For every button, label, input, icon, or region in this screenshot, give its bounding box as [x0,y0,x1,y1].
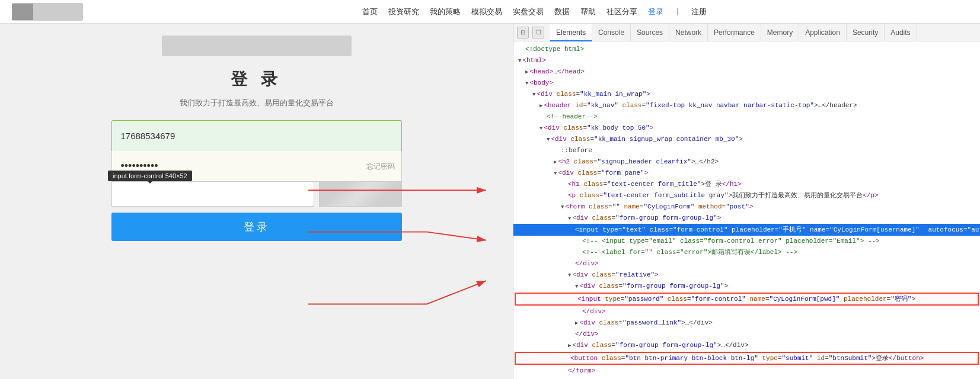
tab-sources[interactable]: Sources [631,24,669,41]
triangle-icon [547,137,550,143]
triangle-icon [540,114,545,120]
captcha-input[interactable] [111,182,314,207]
tree-form-pane[interactable]: <div class="form_pane"> [513,168,980,179]
input-tooltip: input.form-control 540×52 [108,171,192,181]
tree-div-close3[interactable]: </div> [513,329,980,340]
tree-alert-btn[interactable]: <div class=" fright mt_20 cursor alert_b… [513,377,980,379]
elements-tree: <!doctype html> <html> <head>…</head> <b… [513,41,980,379]
device-icon[interactable]: ☐ [532,27,544,38]
tab-memory[interactable]: Memory [761,24,799,41]
nav-live-trade[interactable]: 实盘交易 [513,7,544,17]
tree-before[interactable]: ::before [513,145,980,156]
captcha-row [111,182,402,207]
captcha-image[interactable] [319,182,402,207]
nav-links: 首页 投资研究 我的策略 模拟交易 实盘交易 数据 帮助 社区分享 登录 | 注… [101,7,968,17]
tree-div-close1[interactable]: </div> [513,258,980,269]
tree-doctype[interactable]: <!doctype html> [513,44,980,55]
triangle-icon [532,92,535,98]
tree-signup-wrap[interactable]: <div class="kk_main signup_wrap containe… [513,134,980,145]
triangle-icon [540,126,542,131]
nav-login[interactable]: 登录 [648,7,663,17]
tab-security[interactable]: Security [847,24,885,41]
tree-p[interactable]: <p class="text-center form_subtitle gray… [513,190,980,201]
nav-help[interactable]: 帮助 [580,7,596,17]
tree-comment-label[interactable]: <!-- <label for="" class="error">邮箱填写有误<… [513,247,980,258]
tree-head[interactable]: <head>…</head> [513,66,980,78]
forgot-password-link[interactable]: 忘记密码 [366,162,395,172]
tab-network[interactable]: Network [669,24,708,41]
login-button[interactable]: 登录 [111,213,402,241]
triangle-icon [518,47,524,53]
login-title: 登 录 [231,68,283,91]
triangle-icon [568,332,574,338]
tree-kk-body[interactable]: <div class="kk_body top_50"> [513,123,980,134]
top-navigation: 首页 投资研究 我的策略 模拟交易 实盘交易 数据 帮助 社区分享 登录 | 注… [0,0,980,24]
tree-html[interactable]: <html> [513,55,980,66]
tab-audits[interactable]: Audits [885,24,917,41]
nav-register[interactable]: 注册 [691,7,707,17]
devtools-panel: ⊡ ☐ Elements Console Sources Network Per… [513,24,980,379]
tree-password-link[interactable]: <div class="password_link">…</div> [513,317,980,329]
devtools-tabs: Elements Console Sources Network Perform… [550,24,917,41]
logo-icon [12,4,33,20]
triangle-icon [575,309,581,315]
main-container: 登 录 我们致力于打造最高效、易用的量化交易平台 input.form-cont… [0,24,980,379]
login-subtitle: 我们致力于打造最高效、易用的量化交易平台 [180,98,334,108]
triangle-icon [525,69,528,75]
triangle-icon [568,216,571,221]
tree-submit-button[interactable]: <button class="btn btn-primary btn-block… [515,352,979,365]
tab-performance[interactable]: Performance [708,24,761,41]
nav-research[interactable]: 投资研究 [388,7,419,17]
tab-elements[interactable]: Elements [550,24,592,41]
tree-form-group2[interactable]: <div class="form-group form-group-lg"> [513,281,980,292]
site-logo [12,3,83,21]
triangle-icon [554,159,557,165]
triangle-icon [554,148,560,154]
triangle-icon [575,320,578,326]
triangle-icon [568,343,571,349]
tree-comment-email[interactable]: <!-- <input type="email" class="form-con… [513,236,980,247]
devtools-toolbar: ⊡ ☐ Elements Console Sources Network Per… [513,24,980,41]
tree-comment-header[interactable]: <!--header--> [513,111,980,123]
devtools-icon-buttons: ⊡ ☐ [517,27,544,38]
triangle-icon [540,103,542,109]
triangle-icon [575,239,581,245]
triangle-icon [525,81,528,86]
tree-input-username[interactable]: <input type="text" class="form-control" … [513,224,980,236]
tab-console[interactable]: Console [592,24,631,41]
tree-form-group3[interactable]: <div class="form-group form-group-lg">…<… [513,340,980,351]
nav-home[interactable]: 首页 [362,7,378,17]
triangle-icon [561,182,567,188]
nav-sim-trade[interactable]: 模拟交易 [471,7,502,17]
tree-input-password[interactable]: <input type="password" class="form-contr… [515,293,979,306]
triangle-icon [575,284,578,290]
tree-form-close[interactable]: </form> [513,365,980,377]
tree-h2[interactable]: <h2 class="signup_header clearfix">…</h2… [513,156,980,168]
nav-divider: | [676,7,678,17]
nav-strategy[interactable]: 我的策略 [430,7,461,17]
triangle-icon [561,204,564,210]
tree-body[interactable]: <body> [513,78,980,89]
login-panel: 登 录 我们致力于打造最高效、易用的量化交易平台 input.form-cont… [0,24,513,379]
triangle-icon [568,272,571,278]
tree-h1[interactable]: <h1 class="text-center form_title">登 录</… [513,179,980,190]
banner-image [162,36,352,56]
inspect-icon[interactable]: ⊡ [517,27,529,38]
username-input[interactable] [111,120,402,151]
triangle-icon [554,171,557,176]
tab-application[interactable]: Application [799,24,847,41]
triangle-icon [561,368,567,374]
tree-div-close2[interactable]: </div> [513,306,980,317]
triangle-icon [518,58,521,64]
nav-data[interactable]: 数据 [554,7,570,17]
triangle-icon [575,250,581,256]
tree-relative[interactable]: <div class="relative"> [513,269,980,281]
tree-header[interactable]: <header id="kk_nav" class="fixed-top kk_… [513,100,980,111]
triangle-icon [561,193,567,199]
tree-kk-main[interactable]: <div class="kk_main in_wrap"> [513,89,980,100]
tree-form[interactable]: <form class="" name="CyLoginForm" method… [513,201,980,213]
triangle-icon [568,261,574,267]
nav-community[interactable]: 社区分享 [606,7,637,17]
tree-form-group1[interactable]: <div class="form-group form-group-lg"> [513,213,980,224]
